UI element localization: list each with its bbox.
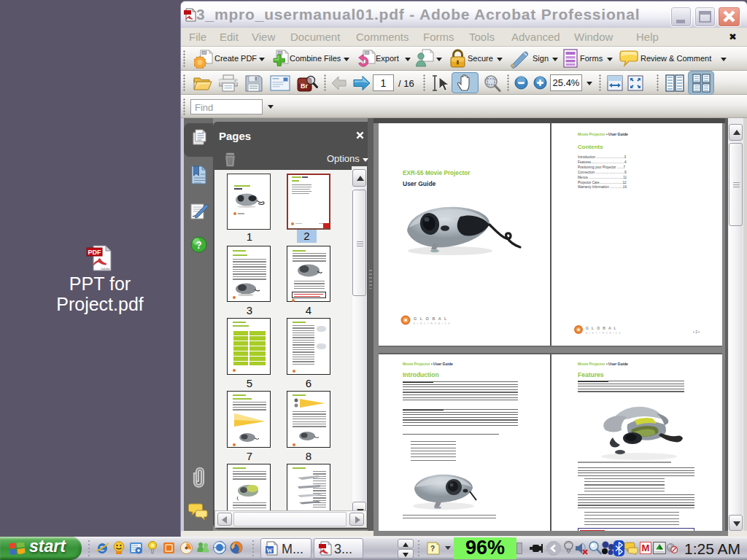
svg-text:G L O B A L: G L O B A L — [414, 316, 448, 321]
svg-text:E L E C T R O N I C S: E L E C T R O N I C S — [414, 322, 450, 325]
svg-text:PDF: PDF — [88, 249, 102, 256]
svg-text:?: ? — [430, 545, 435, 553]
svg-text:G L O B A L: G L O B A L — [586, 326, 617, 330]
svg-text:W: W — [266, 547, 273, 554]
svg-text:?: ? — [196, 239, 202, 251]
svg-text:Br: Br — [301, 82, 308, 90]
svg-text:E L E C T R O N I C S: E L E C T R O N I C S — [586, 332, 621, 335]
svg-text:Adobe: Adobe — [100, 267, 111, 271]
